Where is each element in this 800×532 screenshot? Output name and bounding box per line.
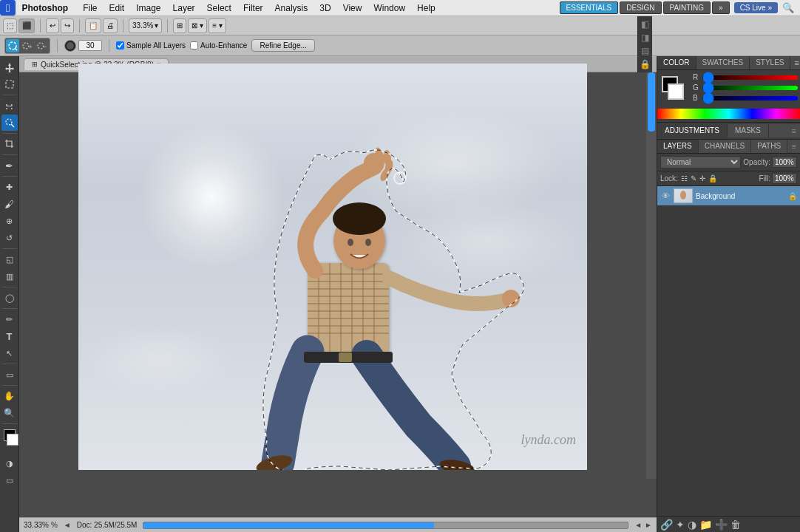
color-history-icon[interactable]: ◧: [641, 19, 649, 30]
layers-tab[interactable]: LAYERS: [657, 140, 699, 153]
workspace-design-btn[interactable]: DESIGN: [620, 1, 661, 14]
subtract-from-selection-icon[interactable]: −: [35, 39, 49, 52]
menu-file[interactable]: File: [77, 1, 103, 15]
marquee-tool[interactable]: [1, 76, 18, 92]
layer-style-btn[interactable]: ✦: [676, 519, 685, 531]
panel-options-icon[interactable]: ≡: [790, 56, 800, 69]
screen-mode-btn[interactable]: ▭: [1, 472, 18, 488]
sample-all-layers-checkbox[interactable]: Sample All Layers: [116, 41, 186, 50]
color-swatches-area[interactable]: [1, 429, 18, 451]
adj-panel-options[interactable]: ≡: [788, 124, 800, 137]
scroll-left-btn[interactable]: ◄: [634, 521, 642, 529]
vertical-scrollbar[interactable]: [646, 72, 657, 479]
grid-btn-2[interactable]: ⊠ ▾: [188, 18, 207, 33]
add-to-selection-icon[interactable]: +: [21, 39, 34, 52]
crop-tool[interactable]: [1, 136, 18, 152]
link-layers-btn[interactable]: 🔗: [660, 519, 673, 531]
background-swatch[interactable]: [668, 83, 684, 100]
arrange-btn[interactable]: ≡ ▾: [209, 18, 226, 33]
menu-layer[interactable]: Layer: [167, 1, 201, 15]
eyedropper-tool[interactable]: ✒: [1, 157, 18, 174]
menu-window[interactable]: Window: [367, 1, 411, 15]
lasso-tool[interactable]: ∺: [1, 98, 18, 114]
toolbar-print[interactable]: 🖨: [103, 18, 118, 33]
menu-3d[interactable]: 3D: [313, 1, 336, 15]
type-tool[interactable]: T: [1, 328, 18, 344]
b-slider[interactable]: [702, 96, 798, 100]
dodge-tool[interactable]: ◯: [1, 290, 18, 306]
g-slider[interactable]: [702, 86, 798, 90]
r-slider[interactable]: [702, 75, 798, 80]
opacity-input[interactable]: [772, 157, 797, 168]
lock-all-icon[interactable]: 🔒: [708, 174, 717, 183]
quick-select-icon[interactable]: [6, 39, 19, 52]
lock-position-icon[interactable]: ✛: [699, 174, 705, 183]
lock-transparency-icon[interactable]: ☷: [681, 174, 688, 183]
quick-mask-btn[interactable]: ◑: [1, 455, 18, 471]
zoom-tool[interactable]: 🔍: [1, 405, 18, 421]
spectrum-bar[interactable]: [657, 109, 800, 119]
gradient-tool[interactable]: ▥: [1, 268, 18, 284]
svg-point-28: [348, 239, 353, 246]
zoom-selector[interactable]: 33.3% ▾: [129, 18, 162, 33]
channels-tab[interactable]: CHANNELS: [699, 140, 751, 153]
workspace-painting-btn[interactable]: PAINTING: [663, 1, 711, 14]
toolbar-undo[interactable]: ↩: [46, 18, 59, 33]
menu-analysis[interactable]: Analysis: [269, 1, 314, 15]
adjustments-tab[interactable]: ADJUSTMENTS: [657, 124, 728, 137]
cs-live-btn[interactable]: CS Live »: [734, 2, 778, 13]
layers-panel-options[interactable]: ≡: [788, 140, 800, 153]
lock-image-icon[interactable]: ✎: [691, 174, 696, 183]
search-icon[interactable]: 🔍: [782, 2, 794, 13]
hand-tool[interactable]: ✋: [1, 388, 18, 404]
menu-filter[interactable]: Filter: [237, 1, 269, 15]
workspace-more-btn[interactable]: »: [712, 1, 730, 14]
group-layers-btn[interactable]: 📁: [699, 519, 712, 531]
masks-tab[interactable]: MASKS: [728, 124, 769, 137]
navigator-icon[interactable]: ◄: [64, 521, 71, 529]
menu-edit[interactable]: Edit: [103, 1, 130, 15]
toolbar-btn-1[interactable]: ⬚: [3, 18, 17, 33]
move-tool[interactable]: [1, 59, 18, 75]
layer-visibility-eye[interactable]: 👁: [660, 191, 671, 201]
toolbar-copy[interactable]: 📋: [85, 18, 101, 33]
fg-bg-swatches[interactable]: [660, 75, 693, 103]
menu-image[interactable]: Image: [130, 1, 166, 15]
panel-icon-2[interactable]: ◨: [641, 33, 649, 43]
paths-tab[interactable]: PATHS: [751, 140, 787, 153]
grid-btn[interactable]: ⊞: [173, 18, 186, 33]
panel-icon-lock[interactable]: 🔒: [640, 59, 651, 69]
toolbar-btn-2[interactable]: ⬛: [18, 18, 35, 33]
workspace-essentials-btn[interactable]: ESSENTIALS: [560, 1, 619, 14]
path-selection-tool[interactable]: ↖: [1, 345, 18, 361]
brush-tool[interactable]: 🖌: [1, 196, 18, 212]
menu-select[interactable]: Select: [201, 1, 237, 15]
layer-row[interactable]: 👁 Background 🔒: [657, 186, 800, 206]
shape-tool[interactable]: ▭: [1, 366, 18, 383]
history-brush-tool[interactable]: ↺: [1, 230, 18, 246]
delete-layer-btn[interactable]: 🗑: [730, 519, 741, 531]
new-layer-btn[interactable]: ➕: [715, 519, 728, 531]
quick-select-tool[interactable]: [1, 115, 18, 131]
panel-icon-3[interactable]: ▤: [641, 46, 649, 56]
refine-edge-button[interactable]: Refine Edge...: [251, 39, 314, 52]
menu-view[interactable]: View: [337, 1, 368, 15]
pen-tool[interactable]: ✏: [1, 311, 18, 327]
scrollbar-thumb[interactable]: [648, 72, 655, 132]
eraser-tool[interactable]: ◱: [1, 251, 18, 267]
healing-tool[interactable]: ✚: [1, 179, 18, 195]
menu-help[interactable]: Help: [411, 1, 441, 15]
auto-enhance-checkbox[interactable]: Auto-Enhance: [190, 41, 247, 50]
fill-input[interactable]: [772, 173, 797, 184]
stamp-tool[interactable]: ⊕: [1, 213, 18, 229]
blend-mode-select[interactable]: Normal: [660, 156, 741, 168]
color-tab[interactable]: COLOR: [657, 56, 696, 69]
layer-mask-btn[interactable]: ◑: [688, 519, 696, 531]
scroll-right-btn[interactable]: ►: [645, 521, 652, 529]
apple-menu[interactable]: : [0, 0, 16, 16]
svg-text:−: −: [44, 44, 47, 50]
swatches-tab[interactable]: SWATCHES: [696, 56, 750, 69]
toolbar-redo[interactable]: ↪: [61, 18, 74, 33]
background-color[interactable]: [7, 434, 18, 446]
styles-tab[interactable]: STYLES: [750, 56, 790, 69]
